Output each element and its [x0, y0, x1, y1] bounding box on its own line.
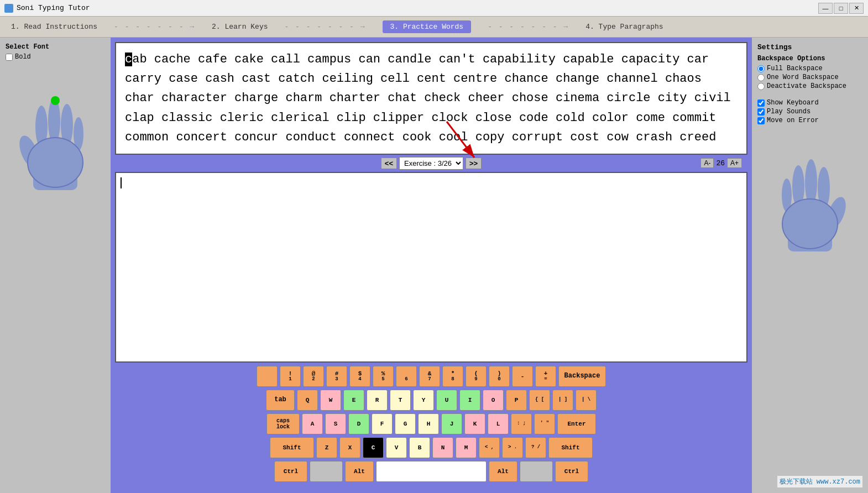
bold-option[interactable]: Bold: [6, 53, 31, 61]
one-word-backspace-radio[interactable]: [757, 74, 765, 81]
key-t[interactable]: T: [390, 390, 411, 411]
key-j[interactable]: J: [441, 413, 462, 434]
key-b[interactable]: B: [409, 437, 430, 458]
right-sidebar: Settings Backspace Options Full Backspac…: [752, 38, 868, 493]
deactivate-backspace-option[interactable]: Deactivate Backspace: [757, 82, 862, 90]
key-z[interactable]: Z: [316, 437, 337, 458]
key-8[interactable]: *8: [442, 366, 463, 387]
key-4[interactable]: $4: [349, 366, 370, 387]
key-r[interactable]: R: [367, 390, 388, 411]
key-ralt[interactable]: Alt: [489, 461, 517, 482]
key-quote[interactable]: ' ": [534, 413, 555, 434]
key-tab[interactable]: tab: [266, 390, 295, 411]
key-s[interactable]: S: [325, 413, 346, 434]
key-enter[interactable]: Enter: [557, 413, 596, 434]
key-g[interactable]: G: [395, 413, 416, 434]
key-i[interactable]: I: [459, 390, 480, 411]
key-backslash[interactable]: | \: [576, 390, 597, 411]
key-9[interactable]: (9: [466, 366, 487, 387]
close-button[interactable]: ✕: [849, 3, 864, 14]
font-size-controls: A- 26 A+: [700, 158, 742, 168]
key-lshift[interactable]: Shift: [270, 437, 314, 458]
key-lalt[interactable]: Alt: [345, 461, 374, 482]
key-p[interactable]: P: [506, 390, 527, 411]
key-2[interactable]: @2: [303, 366, 324, 387]
step-4[interactable]: 4. Type Paragraphs: [585, 23, 663, 31]
typing-area[interactable]: [115, 172, 747, 363]
keyboard-row-asdf: capslock A S D F G H J K L : ; ' " Enter: [266, 413, 596, 434]
key-1[interactable]: !1: [280, 366, 301, 387]
move-on-error-label: Move on Error: [767, 117, 819, 124]
deactivate-backspace-radio[interactable]: [757, 83, 765, 90]
font-increase-button[interactable]: A+: [727, 158, 742, 168]
key-6[interactable]: 6: [396, 366, 417, 387]
move-on-error-checkbox[interactable]: [757, 117, 765, 124]
step-arrow-1: - - - - - - - →: [97, 23, 212, 31]
maximize-button[interactable]: □: [834, 3, 848, 14]
key-slash[interactable]: ? /: [525, 437, 546, 458]
keyboard-container: !1 @2 #3 $4 %5 6 &7 *8 (9 )0 - += Backsp…: [115, 363, 747, 489]
cursor-char: c: [125, 53, 132, 66]
font-decrease-button[interactable]: A-: [700, 158, 714, 168]
full-backspace-radio[interactable]: [757, 65, 765, 72]
keyboard-row-numbers: !1 @2 #3 $4 %5 6 &7 *8 (9 )0 - += Backsp…: [257, 366, 606, 387]
key-m[interactable]: M: [456, 437, 477, 458]
key-period[interactable]: > .: [502, 437, 523, 458]
key-7[interactable]: &7: [419, 366, 440, 387]
key-backspace[interactable]: Backspace: [558, 366, 606, 387]
key-o[interactable]: O: [483, 390, 504, 411]
play-sounds-option[interactable]: Play Sounds: [757, 108, 862, 116]
key-rctrl[interactable]: Ctrl: [555, 461, 588, 482]
key-space[interactable]: [376, 461, 487, 482]
move-on-error-option[interactable]: Move on Error: [757, 117, 862, 124]
full-backspace-option[interactable]: Full Backspace: [757, 65, 862, 72]
show-keyboard-checkbox[interactable]: [757, 99, 765, 107]
step-arrow-2: - - - - - - - →: [268, 23, 382, 31]
key-lwin[interactable]: [310, 461, 343, 482]
step-arrow-3: - - - - - - - →: [471, 23, 585, 31]
prev-exercise-button[interactable]: <<: [381, 158, 397, 169]
play-sounds-label: Play Sounds: [767, 108, 811, 116]
step-2[interactable]: 2. Learn Keys: [212, 23, 268, 31]
key-minus[interactable]: -: [512, 366, 533, 387]
key-capslock[interactable]: capslock: [266, 413, 300, 434]
step-3[interactable]: 3. Practice Words: [383, 20, 472, 33]
key-backtick[interactable]: [257, 366, 278, 387]
key-k[interactable]: K: [464, 413, 485, 434]
key-x[interactable]: X: [339, 437, 360, 458]
key-l[interactable]: L: [488, 413, 509, 434]
key-v[interactable]: V: [386, 437, 407, 458]
show-keyboard-option[interactable]: Show Keyboard: [757, 99, 862, 107]
key-5[interactable]: %5: [373, 366, 394, 387]
key-equals[interactable]: +=: [535, 366, 556, 387]
key-lbracket[interactable]: { [: [529, 390, 550, 411]
key-q[interactable]: Q: [297, 390, 318, 411]
key-e[interactable]: E: [343, 390, 364, 411]
minimize-button[interactable]: —: [818, 3, 833, 14]
key-comma[interactable]: < ,: [479, 437, 500, 458]
one-word-backspace-option[interactable]: One Word Backspace: [757, 74, 862, 81]
key-rbracket[interactable]: | ]: [552, 390, 573, 411]
key-d[interactable]: D: [348, 413, 369, 434]
key-c[interactable]: C: [363, 437, 384, 458]
center-area: cab cache cafe cake call campus can cand…: [111, 38, 752, 493]
deactivate-backspace-label: Deactivate Backspace: [767, 82, 846, 90]
key-rwin[interactable]: [520, 461, 553, 482]
key-h[interactable]: H: [418, 413, 439, 434]
step-1[interactable]: 1. Read Instructions: [11, 23, 97, 31]
right-hand-icon: [771, 152, 849, 251]
play-sounds-checkbox[interactable]: [757, 108, 765, 116]
key-u[interactable]: U: [436, 390, 457, 411]
key-3[interactable]: #3: [326, 366, 347, 387]
key-0[interactable]: )0: [489, 366, 510, 387]
key-rshift[interactable]: Shift: [548, 437, 593, 458]
key-f[interactable]: F: [372, 413, 393, 434]
key-semicolon[interactable]: : ;: [511, 413, 532, 434]
key-y[interactable]: Y: [413, 390, 434, 411]
key-a[interactable]: A: [302, 413, 323, 434]
key-lctrl[interactable]: Ctrl: [274, 461, 307, 482]
one-word-backspace-label: One Word Backspace: [767, 74, 839, 81]
key-w[interactable]: W: [320, 390, 341, 411]
key-n[interactable]: N: [432, 437, 453, 458]
bold-checkbox-input[interactable]: [6, 54, 13, 61]
